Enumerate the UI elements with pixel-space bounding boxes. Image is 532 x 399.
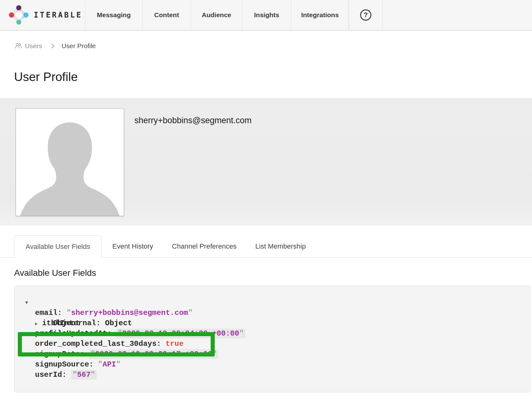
iterable-logo-icon [9,5,29,25]
tab-event-history[interactable]: Event History [103,235,163,257]
collapse-icon[interactable]: ▼ [25,298,28,308]
nav-item-messaging[interactable]: Messaging [85,0,142,30]
field-key: userId: [35,371,71,379]
expand-icon[interactable]: ► [35,321,38,326]
avatar [16,108,124,216]
tab-channel-preferences[interactable]: Channel Preferences [163,235,246,257]
top-nav: ITERABLE MessagingContentAudienceInsight… [0,0,532,31]
user-email: sherry+bobbins@segment.com [134,116,252,125]
field-value-string: "567" [71,370,97,380]
profile-hero: sherry+bobbins@segment.com [0,98,532,225]
nav-item-label: Insights [254,11,279,19]
field-row-email: email: "sherry+bobbins@segment.com" [35,308,530,318]
user-fields-json-viewer: ▼ Object email: "sherry+bobbins@segment.… [14,285,531,392]
section-heading: Available User Fields [14,268,96,278]
field-row-itblInternal: ►itblInternal: Object [35,318,530,328]
nav-item-audience[interactable]: Audience [191,0,242,30]
breadcrumb: Users User Profile [14,42,96,50]
chevron-right-icon [51,43,55,49]
page-title: User Profile [14,70,78,84]
help-button[interactable]: ? [349,0,383,30]
nav-items: MessagingContentAudienceInsightsIntegrat… [85,0,349,30]
field-key: signupDate: [35,350,89,358]
field-row-order_completed_last_30days: order_completed_last_30days: true [35,339,530,349]
tab-available-user-fields[interactable]: Available User Fields [14,235,102,258]
nav-item-label: Audience [202,11,231,19]
help-icon: ? [360,9,371,21]
field-row-signupDate: signupDate: "2020-03-19 03:39:17 +00:00" [35,349,530,359]
breadcrumb-current: User Profile [62,42,96,50]
nav-item-integrations[interactable]: Integrations [291,0,349,30]
tab-list-membership[interactable]: List Membership [246,235,315,257]
field-value-string: "API" [98,360,121,369]
field-value-string: "sherry+bobbins@segment.com" [67,309,193,317]
field-row-profileUpdatedAt: profileUpdatedAt: "2020-03-19 09:04:30 +… [35,328,530,339]
field-key: profileUpdatedAt: [35,329,116,338]
field-key: email: [35,309,67,317]
field-value-boolean: true [166,340,184,348]
tab-bar: Available User FieldsEvent HistoryChanne… [0,235,532,258]
nav-item-insights[interactable]: Insights [242,0,291,30]
json-rows: email: "sherry+bobbins@segment.com"►itbl… [14,308,530,380]
field-key: signupSource: [35,360,98,369]
nav-item-label: Integrations [301,11,339,19]
breadcrumb-users-link[interactable]: Users [14,42,42,50]
iterable-logo[interactable]: ITERABLE [0,0,85,30]
json-root-row: ▼ Object [35,297,530,308]
field-key: order_completed_last_30days: [35,340,166,348]
field-value-object: Object [105,319,132,327]
field-key: itblInternal: [42,319,105,327]
nav-item-content[interactable]: Content [142,0,191,30]
field-row-signupSource: signupSource: "API" [35,359,530,370]
brand-name: ITERABLE [34,11,83,19]
field-row-userId: userId: "567" [35,370,530,380]
nav-item-label: Messaging [97,11,131,19]
avatar-silhouette-icon [16,109,124,216]
breadcrumb-users-label: Users [25,42,42,50]
users-icon [14,42,23,50]
field-value-string: "2020-03-19 03:39:17 +00:00" [89,349,218,359]
nav-item-label: Content [154,11,179,19]
field-value-string: "2020-03-19 09:04:30 +00:00" [116,329,245,338]
